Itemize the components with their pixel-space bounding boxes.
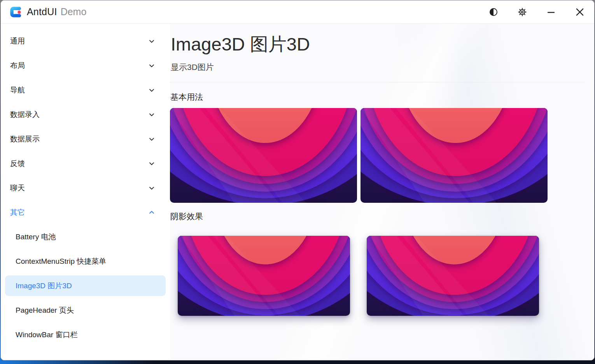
sidebar-group-label: 聊天 — [10, 183, 25, 193]
image3d-shadow-demo-1 — [178, 236, 350, 316]
basic-usage-image-row — [170, 108, 585, 203]
sidebar-group-feedback[interactable]: 反馈 — [1, 151, 170, 176]
section-heading-basic-usage: 基本用法 — [170, 92, 585, 103]
sidebar-item-battery[interactable]: Battery 电池 — [1, 225, 170, 249]
chevron-down-icon — [148, 62, 155, 69]
minimize-button[interactable] — [542, 3, 560, 21]
sidebar-group-other[interactable]: 其它 — [1, 200, 170, 225]
sidebar-item-image3d[interactable]: Image3D 图片3D — [1, 273, 170, 298]
chevron-down-icon — [148, 136, 155, 143]
chevron-down-icon — [148, 38, 155, 45]
image3d-demo-1 — [170, 108, 357, 203]
sidebar-group-general[interactable]: 通用 — [1, 29, 170, 53]
sidebar-group-layout[interactable]: 布局 — [1, 53, 170, 78]
page-subtitle: 显示3D图片 — [171, 62, 585, 73]
sidebar-item-label: Battery 电池 — [16, 232, 56, 242]
sidebar-group-data-entry[interactable]: 数据录入 — [1, 102, 170, 127]
half-circle-icon — [489, 7, 498, 17]
app-title-suffix: Demo — [61, 6, 87, 17]
sidebar-item-contextmenustrip[interactable]: ContextMenuStrip 快捷菜单 — [1, 249, 170, 273]
chevron-down-icon — [148, 185, 155, 192]
page-title: Image3D 图片3D — [171, 32, 585, 57]
sidebar-item-label: PageHeader 页头 — [16, 305, 74, 315]
sidebar-group-chat[interactable]: 聊天 — [1, 176, 170, 200]
image3d-demo-2 — [360, 108, 548, 203]
sidebar-group-label: 数据录入 — [10, 110, 40, 120]
sidebar-item-label: ContextMenuStrip 快捷菜单 — [16, 256, 106, 266]
sidebar-group-label: 其它 — [10, 207, 25, 218]
sidebar-item-windowbar[interactable]: WindowBar 窗口栏 — [1, 322, 170, 347]
sidebar-item-pageheader[interactable]: PageHeader 页头 — [1, 298, 170, 322]
sidebar-group-label: 布局 — [10, 61, 25, 71]
chevron-up-icon — [148, 209, 155, 216]
shadow-effect-image-row — [170, 236, 585, 316]
image3d-shadow-demo-2 — [367, 236, 539, 316]
divider — [170, 82, 585, 82]
sidebar-group-label: 导航 — [10, 85, 25, 95]
section-heading-shadow-effect: 阴影效果 — [170, 211, 585, 222]
sidebar: 通用 布局 导航 数据录入 数据展示 反馈 — [1, 24, 170, 360]
sidebar-group-data-display[interactable]: 数据展示 — [1, 127, 170, 151]
theme-toggle-button[interactable] — [485, 3, 502, 21]
sidebar-item-label: Image3D 图片3D — [16, 281, 72, 291]
close-button[interactable] — [571, 3, 589, 21]
minimize-icon — [546, 7, 556, 17]
chevron-down-icon — [148, 87, 155, 94]
sidebar-group-label: 通用 — [10, 36, 25, 46]
main-content: Image3D 图片3D 显示3D图片 基本用法 阴影效果 — [170, 24, 594, 360]
chevron-down-icon — [148, 111, 155, 118]
gear-icon — [518, 7, 527, 17]
sidebar-item-label: WindowBar 窗口栏 — [16, 330, 77, 340]
sidebar-group-navigation[interactable]: 导航 — [1, 78, 170, 102]
app-window: AntdUI Demo — [0, 0, 595, 361]
title-bar: AntdUI Demo — [1, 0, 594, 24]
sidebar-group-label: 反馈 — [10, 158, 25, 169]
close-icon — [575, 7, 585, 17]
sidebar-group-label: 数据展示 — [10, 134, 40, 144]
app-title: AntdUI — [27, 6, 57, 17]
settings-button[interactable] — [513, 3, 531, 21]
antdui-logo-icon — [9, 5, 22, 19]
chevron-down-icon — [148, 160, 155, 167]
